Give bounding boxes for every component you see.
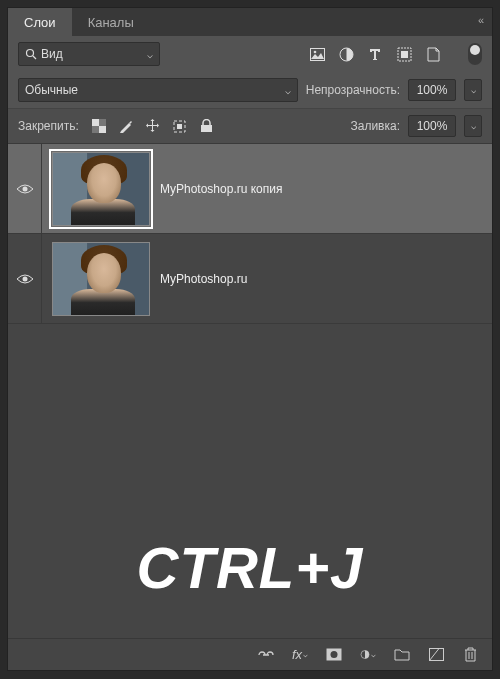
add-mask-icon[interactable] [326, 647, 342, 663]
panel-footer: fx⌵ ⌵ [8, 638, 492, 670]
lock-pixels-icon[interactable] [118, 118, 134, 134]
layer-thumbnail[interactable] [52, 152, 150, 226]
new-group-icon[interactable] [394, 647, 410, 663]
chevron-down-icon: ⌵ [285, 85, 291, 96]
tab-layers[interactable]: Слои [8, 8, 72, 36]
svg-point-17 [331, 651, 338, 658]
link-layers-icon[interactable] [258, 647, 274, 663]
filter-toggle[interactable] [468, 43, 482, 65]
fill-chevron[interactable]: ⌵ [464, 115, 482, 137]
panel-header: Слои Каналы « [8, 8, 492, 36]
svg-rect-7 [92, 119, 99, 126]
overlay-shortcut-text: CTRL+J [8, 534, 492, 601]
blend-row: Обычные ⌵ Непрозрачность: 100% ⌵ [8, 72, 492, 108]
new-layer-icon[interactable] [428, 647, 444, 663]
svg-point-14 [22, 186, 27, 191]
blend-mode-value: Обычные [25, 83, 78, 97]
lock-row: Закрепить: Заливка: 100% [8, 108, 492, 144]
svg-point-0 [27, 50, 34, 57]
layers-panel: ≡ Слои Каналы « Вид ⌵ [7, 7, 493, 671]
visibility-column [8, 144, 42, 233]
svg-point-15 [22, 276, 27, 281]
lock-position-icon[interactable] [145, 118, 161, 134]
collapse-icon[interactable]: « [478, 14, 484, 26]
opacity-value[interactable]: 100% [408, 79, 456, 101]
svg-rect-10 [92, 126, 99, 133]
search-icon [25, 48, 37, 60]
svg-rect-9 [99, 119, 106, 126]
svg-rect-13 [201, 125, 212, 132]
visibility-toggle-icon[interactable] [16, 183, 34, 195]
filter-type-icons [309, 43, 482, 65]
lock-icons [91, 118, 215, 134]
filter-pixel-icon[interactable] [309, 46, 325, 62]
adjustment-layer-icon[interactable]: ⌵ [360, 647, 376, 663]
filter-smartobject-icon[interactable] [425, 46, 441, 62]
visibility-toggle-icon[interactable] [16, 273, 34, 285]
layer-effects-icon[interactable]: fx⌵ [292, 647, 308, 663]
filter-label: Вид [41, 47, 63, 61]
filter-type-text-icon[interactable] [367, 46, 383, 62]
lock-label: Закрепить: [18, 119, 79, 133]
opacity-chevron[interactable]: ⌵ [464, 79, 482, 101]
svg-rect-12 [177, 124, 182, 129]
panel-tabs: Слои Каналы [8, 8, 150, 36]
panel-body: Вид ⌵ [8, 36, 492, 670]
chevron-down-icon: ⌵ [147, 49, 153, 60]
filter-row: Вид ⌵ [8, 36, 492, 72]
layer-item[interactable]: MyPhotoshop.ru [8, 234, 492, 324]
svg-rect-8 [99, 126, 106, 133]
layer-item[interactable]: MyPhotoshop.ru копия [8, 144, 492, 234]
lock-all-icon[interactable] [199, 118, 215, 134]
tab-channels[interactable]: Каналы [72, 8, 150, 36]
layer-thumbnail[interactable] [52, 242, 150, 316]
lock-artboard-icon[interactable] [172, 118, 188, 134]
lock-transparency-icon[interactable] [91, 118, 107, 134]
layer-name[interactable]: MyPhotoshop.ru копия [160, 182, 282, 196]
fill-value[interactable]: 100% [408, 115, 456, 137]
visibility-column [8, 234, 42, 323]
filter-shape-icon[interactable] [396, 46, 412, 62]
svg-rect-6 [401, 51, 408, 58]
svg-line-1 [33, 56, 36, 59]
layer-name[interactable]: MyPhotoshop.ru [160, 272, 247, 286]
layer-filter-dropdown[interactable]: Вид ⌵ [18, 42, 160, 66]
filter-adjustment-icon[interactable] [338, 46, 354, 62]
layers-list: MyPhotoshop.ru копия MyPhotoshop.ru CTRL… [8, 144, 492, 638]
svg-rect-19 [429, 649, 443, 661]
blend-mode-dropdown[interactable]: Обычные ⌵ [18, 78, 298, 102]
svg-point-3 [313, 50, 316, 53]
delete-layer-icon[interactable] [462, 647, 478, 663]
opacity-label: Непрозрачность: [306, 83, 400, 97]
fill-label: Заливка: [350, 119, 400, 133]
